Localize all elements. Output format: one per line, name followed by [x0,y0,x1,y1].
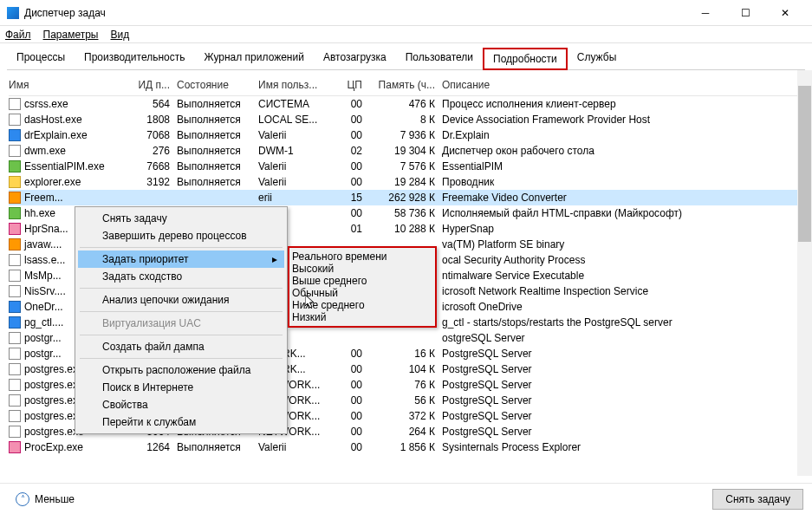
ctx-item[interactable]: Задать сходство [78,268,284,285]
process-icon [9,441,21,453]
col-state[interactable]: Состояние [177,79,258,91]
process-cpu: 02 [331,145,369,157]
minimize-button[interactable]: ─ [685,1,725,25]
fewer-details-button[interactable]: ˄ Меньше [9,490,81,509]
ctx-item[interactable]: Свойства [78,396,284,413]
process-name: EssentialPIM.exe [24,160,105,172]
process-state: Выполняется [177,98,258,110]
process-desc: PostgreSQL Server [442,394,803,407]
table-row[interactable]: dwm.exe276ВыполняетсяDWM-10219 304 КДисп… [9,143,803,159]
tab-processes[interactable]: Процессы [7,47,75,69]
menu-view[interactable]: Вид [110,29,129,41]
process-mem: 19 284 К [369,176,442,188]
priority-submenu: Реального времениВысокийВыше среднегоОбы… [288,246,437,328]
tab-performance[interactable]: Производительность [75,47,194,69]
col-user[interactable]: Имя польз... [258,79,331,91]
process-name: ProcExp.exe [24,441,83,453]
process-name: drExplain.exe [24,129,88,141]
context-menu: Снять задачуЗавершить дерево процессовЗа… [75,206,288,434]
process-icon [9,160,21,172]
ctx-item[interactable]: Перейти к службам [78,413,284,431]
table-row[interactable]: Freem...erii15262 928 КFreemake Video Co… [9,190,803,205]
process-icon [9,207,21,219]
process-icon [9,270,21,282]
process-name: MsMp... [24,270,62,282]
process-name: postgr... [24,348,62,360]
table-row[interactable]: EssentialPIM.exe7668ВыполняетсяValerii00… [9,159,803,174]
col-pid[interactable]: ИД п... [130,79,177,91]
process-icon [9,316,21,329]
process-pid: 7668 [130,160,177,172]
process-icon [9,348,21,360]
process-mem: 104 К [369,363,442,375]
tab-apphistory[interactable]: Журнал приложений [195,47,314,69]
tab-details[interactable]: Подробности [483,48,568,70]
process-name: HprSna... [24,223,68,235]
table-row[interactable]: ProcExp.exe1264ВыполняетсяValerii001 856… [9,439,803,455]
table-row[interactable]: dasHost.exe1808ВыполняетсяLOCAL SE...008… [9,112,803,127]
process-mem: 58 736 К [369,207,442,219]
process-desc: PostgreSQL Server [442,410,803,422]
window-title: Диспетчер задач [24,7,685,19]
process-mem: 76 К [369,379,442,391]
process-pid: 564 [130,98,177,110]
process-user: Valerii [258,129,331,141]
table-row[interactable]: explorer.exe3192ВыполняетсяValerii0019 2… [9,174,803,190]
menu-file[interactable]: Файл [5,29,31,41]
process-mem: 8 К [369,114,442,126]
process-cpu: 00 [331,348,369,360]
ctx-item[interactable]: Снять задачу [78,210,284,227]
process-pid: 276 [130,145,177,157]
ctx-item[interactable]: Задать приоритет [78,250,284,268]
scrollbar-thumb[interactable] [798,86,811,242]
process-desc: Диспетчер окон рабочего стола [442,145,803,157]
ctx-item[interactable]: Завершить дерево процессов [78,227,284,244]
ctx-item[interactable]: Создать файл дампа [78,338,284,355]
process-cpu: 00 [331,98,369,110]
process-user: DWM-1 [258,145,331,157]
ctx-item[interactable]: Анализ цепочки ожидания [78,291,284,309]
process-icon [9,114,21,126]
process-icon [9,238,21,250]
tab-startup[interactable]: Автозагрузка [314,47,396,69]
priority-item[interactable]: Реального времени [292,250,432,263]
end-task-button[interactable]: Снять задачу [712,489,803,510]
menu-options[interactable]: Параметры [43,29,99,41]
process-pid: 1264 [130,441,177,453]
process-name: dasHost.exe [24,114,82,126]
priority-item[interactable]: Выше среднего [292,275,432,287]
process-desc: va(TM) Platform SE binary [442,238,803,250]
status-bar: ˄ Меньше Снять задачу [0,483,812,514]
process-mem: 262 928 К [369,192,442,204]
process-state: Выполняется [177,160,258,172]
process-name: OneDr... [24,301,63,313]
col-desc[interactable]: Описание [442,79,803,91]
tab-users[interactable]: Пользователи [396,47,483,69]
ctx-item[interactable]: Поиск в Интернете [78,379,284,396]
priority-item[interactable]: Низкий [292,311,432,323]
process-desc: Процесс исполнения клиент-сервер [442,98,803,110]
fewer-details-label: Меньше [35,493,75,505]
process-state: Выполняется [177,145,258,157]
process-name: Freem... [24,192,63,204]
process-icon [9,363,21,375]
close-button[interactable]: ✕ [765,1,805,25]
mouse-cursor [305,295,315,310]
col-mem[interactable]: Память (ч... [369,79,442,91]
process-desc: icrosoft Network Realtime Inspection Ser… [442,285,803,297]
process-mem: 10 288 К [369,223,442,235]
scrollbar[interactable] [797,70,812,476]
table-row[interactable]: drExplain.exe7068ВыполняетсяValerii007 9… [9,127,803,143]
process-mem: 372 К [369,410,442,422]
process-mem: 264 К [369,426,442,438]
tab-services[interactable]: Службы [568,47,626,69]
process-icon [9,426,21,438]
priority-item[interactable]: Высокий [292,263,432,275]
ctx-item[interactable]: Открыть расположение файла [78,361,284,379]
maximize-button[interactable]: ☐ [725,1,765,25]
chevron-up-icon: ˄ [16,492,29,506]
col-cpu[interactable]: ЦП [331,79,369,91]
col-name[interactable]: Имя [9,79,130,91]
table-row[interactable]: csrss.exe564ВыполняетсяСИСТЕМА00476 КПро… [9,96,803,112]
process-icon [9,254,21,266]
